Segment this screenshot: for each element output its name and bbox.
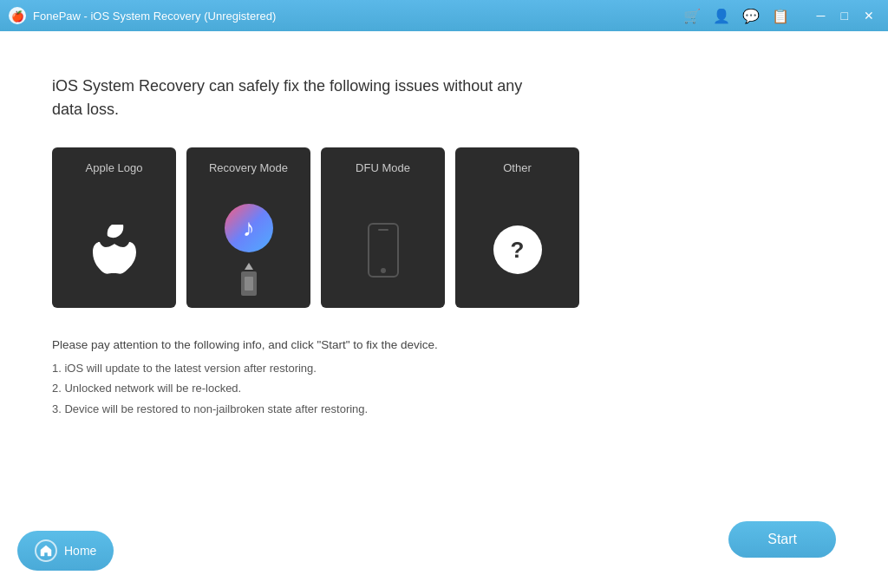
info-list: 1. iOS will update to the latest version… (52, 358, 836, 419)
card-recovery-mode-label: Recovery Mode (209, 161, 288, 174)
card-dfu-mode-label: DFU Mode (356, 161, 410, 174)
card-dfu-mode[interactable]: DFU Mode (321, 147, 445, 308)
titlebar-icon-group: 🛒 👤 💬 📋 (683, 8, 789, 24)
titlebar: 🍎 FonePaw - iOS System Recovery (Unregis… (0, 0, 888, 31)
titlebar-left: 🍎 FonePaw - iOS System Recovery (Unregis… (9, 7, 276, 24)
itunes-circle: ♪ (225, 204, 273, 252)
info-item-3: 3. Device will be restored to non-jailbr… (52, 399, 836, 419)
person-icon[interactable]: 👤 (713, 8, 730, 24)
start-button[interactable]: Start (728, 521, 836, 558)
svg-point-3 (381, 268, 386, 273)
dfu-phone-svg (367, 222, 400, 278)
home-circle-icon (35, 539, 57, 562)
info-section: Please pay attention to the following in… (52, 338, 836, 419)
apple-logo-icon (90, 192, 139, 308)
card-other-label: Other (503, 161, 532, 174)
close-button[interactable]: ✕ (859, 7, 879, 24)
usb-arrow (245, 263, 253, 270)
window-controls: ─ □ ✕ (812, 7, 879, 24)
usb-port (245, 277, 253, 291)
card-apple-logo-label: Apple Logo (86, 161, 143, 174)
other-icon: ? (493, 192, 542, 308)
headline: iOS System Recovery can safely fix the f… (52, 75, 836, 121)
card-apple-logo[interactable]: Apple Logo (52, 147, 176, 308)
home-button-label: Home (64, 544, 96, 558)
headline-line1: iOS System Recovery can safely fix the f… (52, 77, 522, 95)
recovery-mode-icon: ♪ (225, 192, 273, 308)
apple-svg (90, 225, 139, 274)
list-icon[interactable]: 📋 (772, 8, 789, 24)
cart-icon[interactable]: 🛒 (683, 8, 701, 24)
usb-cable (241, 263, 257, 296)
main-content: iOS System Recovery can safely fix the f… (0, 31, 888, 588)
dfu-mode-icon (367, 192, 400, 308)
svg-text:🍎: 🍎 (11, 10, 24, 23)
card-other[interactable]: Other ? (455, 147, 579, 308)
app-icon: 🍎 (9, 7, 26, 24)
headline-line2: data loss. (52, 101, 119, 118)
card-recovery-mode[interactable]: Recovery Mode ♪ (186, 147, 310, 308)
home-button[interactable]: Home (17, 531, 114, 571)
question-mark-circle: ? (493, 225, 542, 274)
svg-rect-4 (378, 229, 388, 231)
app-title: FonePaw - iOS System Recovery (Unregiste… (33, 10, 276, 23)
home-icon (40, 545, 52, 557)
chat-icon[interactable]: 💬 (742, 8, 760, 24)
maximize-button[interactable]: □ (836, 7, 853, 24)
minimize-button[interactable]: ─ (812, 7, 831, 24)
mode-cards-container: Apple Logo Recovery Mode ♪ (52, 147, 836, 308)
info-title: Please pay attention to the following in… (52, 338, 836, 351)
usb-body (241, 271, 257, 296)
info-item-2: 2. Unlocked network will be re-locked. (52, 378, 836, 398)
music-note: ♪ (243, 216, 255, 240)
info-item-1: 1. iOS will update to the latest version… (52, 358, 836, 378)
